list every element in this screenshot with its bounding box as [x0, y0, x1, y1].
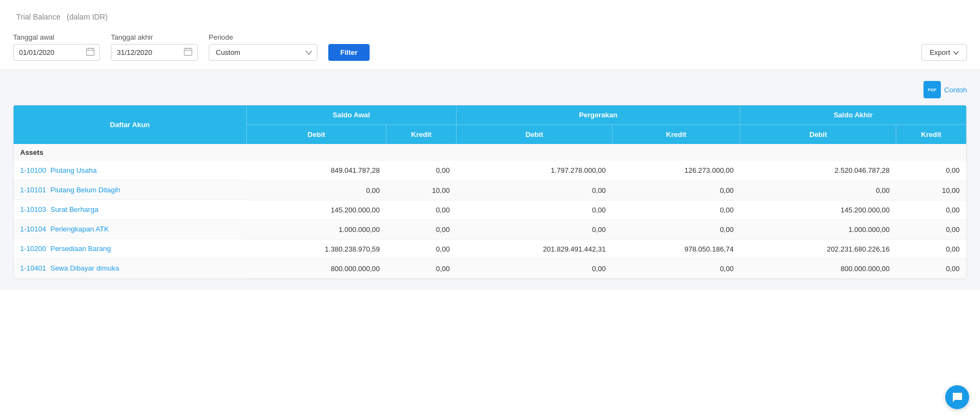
account-code[interactable]: 1-10401 — [20, 264, 46, 272]
periode-select[interactable]: Custom — [209, 44, 317, 61]
export-button-label: Export — [929, 48, 950, 57]
start-date-input[interactable] — [13, 44, 100, 61]
chevron-down-icon — [953, 48, 959, 57]
saldo-awal-kredit: 0,00 — [386, 161, 457, 180]
saldo-akhir-debit: 202.231.680.226,16 — [740, 239, 896, 259]
table-row: 1-10101 Piutang Belum Ditagih 0,00 10,00… — [14, 180, 966, 200]
start-date-group: Tanggal awal — [13, 33, 100, 61]
pergerakan-kredit: 0,00 — [613, 180, 740, 200]
saldo-awal-debit: 145.200.000,00 — [246, 200, 386, 220]
sub-header-pergerakan-debit: Debit — [456, 125, 612, 145]
pergerakan-kredit: 0,00 — [613, 259, 740, 278]
saldo-awal-debit: 1.000.000,00 — [246, 220, 386, 239]
table-row: 1-10200 Persediaan Barang 1.380.238.970,… — [14, 239, 966, 259]
end-date-label: Tanggal akhir — [111, 33, 198, 41]
saldo-awal-debit: 1.380.238.970,59 — [246, 239, 386, 259]
saldo-akhir-kredit: 0,00 — [896, 239, 966, 259]
sub-header-saldo-awal-kredit: Kredit — [386, 125, 457, 145]
account-code[interactable]: 1-10100 — [20, 166, 46, 174]
sub-header-saldo-akhir-kredit: Kredit — [896, 125, 966, 145]
category-assets-label: Assets — [14, 144, 966, 161]
pdf-icon: PDF — [923, 81, 941, 98]
saldo-awal-kredit: 0,00 — [386, 259, 457, 278]
saldo-akhir-debit: 2.520.046.787,28 — [740, 161, 896, 180]
sub-header-saldo-akhir-debit: Debit — [740, 125, 896, 145]
export-wrapper: Export — [921, 44, 967, 61]
saldo-akhir-kredit: 0,00 — [896, 161, 966, 180]
saldo-akhir-kredit: 0,00 — [896, 220, 966, 239]
pergerakan-kredit: 0,00 — [613, 220, 740, 239]
periode-group: Periode Custom — [209, 33, 317, 61]
start-date-label: Tanggal awal — [13, 33, 100, 41]
saldo-akhir-debit: 145.200.000,00 — [740, 200, 896, 220]
saldo-akhir-kredit: 10,00 — [896, 180, 966, 200]
saldo-akhir-kredit: 0,00 — [896, 259, 966, 278]
col-header-saldo-awal: Saldo Awal — [246, 105, 456, 125]
account-name[interactable]: Sewa Dibayar dimuka — [46, 264, 119, 272]
saldo-awal-kredit: 0,00 — [386, 239, 457, 259]
saldo-akhir-debit: 1.000.000,00 — [740, 220, 896, 239]
account-name[interactable]: Surat Berharga — [46, 205, 98, 214]
col-header-saldo-akhir: Saldo Akhir — [740, 105, 966, 125]
saldo-akhir-debit: 0,00 — [740, 180, 896, 200]
account-code[interactable]: 1-10103 — [20, 205, 46, 214]
pergerakan-debit: 0,00 — [456, 259, 612, 278]
col-header-pergerakan: Pergerakan — [456, 105, 740, 125]
account-name[interactable]: Persediaan Barang — [46, 245, 111, 253]
saldo-awal-debit: 800.000.000,00 — [246, 259, 386, 278]
table-row: 1-10104 Perlengkapan ATK 1.000.000,00 0,… — [14, 220, 966, 239]
table-row: 1-10401 Sewa Dibayar dimuka 800.000.000,… — [14, 259, 966, 278]
saldo-awal-kredit: 0,00 — [386, 220, 457, 239]
end-date-input[interactable] — [111, 44, 198, 61]
export-button[interactable]: Export — [921, 44, 967, 61]
pergerakan-debit: 0,00 — [456, 220, 612, 239]
page-title: Trial Balance (dalam IDR) — [13, 10, 967, 22]
table-row: 1-10103 Surat Berharga 145.200.000,00 0,… — [14, 200, 966, 220]
pergerakan-debit: 1.797.278.000,00 — [456, 161, 612, 180]
pergerakan-debit: 201.829.491.442,31 — [456, 239, 612, 259]
saldo-akhir-debit: 800.000.000,00 — [740, 259, 896, 278]
account-name[interactable]: Piutang Belum Ditagih — [46, 186, 121, 194]
saldo-awal-debit: 849.041.787,28 — [246, 161, 386, 180]
col-header-daftar-akun: Daftar Akun — [14, 105, 246, 144]
pergerakan-debit: 0,00 — [456, 200, 612, 220]
sub-header-pergerakan-kredit: Kredit — [613, 125, 740, 145]
periode-label: Periode — [209, 33, 317, 41]
saldo-awal-debit: 0,00 — [246, 180, 386, 200]
chat-bubble[interactable] — [945, 385, 969, 409]
filter-button[interactable]: Filter — [328, 44, 370, 61]
pergerakan-kredit: 0,00 — [613, 200, 740, 220]
saldo-awal-kredit: 0,00 — [386, 200, 457, 220]
account-code[interactable]: 1-10101 — [20, 186, 46, 194]
saldo-akhir-kredit: 0,00 — [896, 200, 966, 220]
trial-balance-table: Daftar Akun Saldo Awal Pergerakan Saldo … — [13, 105, 967, 279]
pergerakan-kredit: 978.050.186,74 — [613, 239, 740, 259]
contoh-row: PDF Contoh — [13, 81, 967, 98]
pergerakan-debit: 0,00 — [456, 180, 612, 200]
sub-header-saldo-awal-debit: Debit — [246, 125, 386, 145]
saldo-awal-kredit: 10,00 — [386, 180, 457, 200]
table-row: 1-10100 Piutang Usaha 849.041.787,28 0,0… — [14, 161, 966, 180]
account-code[interactable]: 1-10104 — [20, 225, 46, 233]
end-date-group: Tanggal akhir — [111, 33, 198, 61]
category-assets-row: Assets — [14, 144, 966, 161]
account-name[interactable]: Piutang Usaha — [46, 166, 97, 174]
contoh-link[interactable]: Contoh — [944, 86, 967, 94]
account-code[interactable]: 1-10200 — [20, 245, 46, 253]
pergerakan-kredit: 126.273.000,00 — [613, 161, 740, 180]
account-name[interactable]: Perlengkapan ATK — [46, 225, 109, 233]
